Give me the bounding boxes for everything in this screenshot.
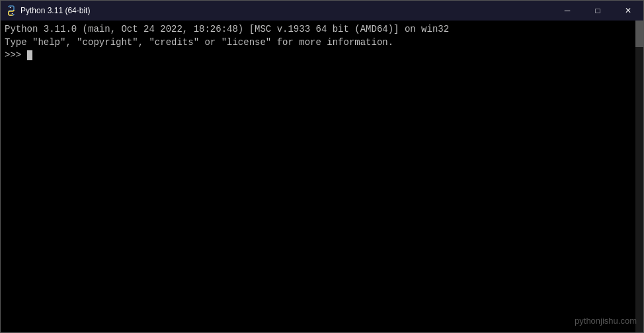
- console-line2: Type "help", "copyright", "credits" or "…: [5, 36, 639, 50]
- title-bar-left: Python 3.11 (64-bit): [6, 5, 90, 16]
- watermark: pythonjishu.com: [575, 316, 637, 326]
- prompt-line: >>>: [5, 49, 639, 62]
- scrollbar-thumb[interactable]: [635, 21, 643, 47]
- title-bar: Python 3.11 (64-bit) ─ □ ✕: [1, 1, 643, 21]
- python-icon: [6, 5, 17, 16]
- console-prompt: >>>: [5, 49, 27, 62]
- cursor: [27, 50, 32, 60]
- minimize-button[interactable]: ─: [552, 1, 583, 21]
- window-title: Python 3.11 (64-bit): [20, 6, 90, 15]
- svg-point-2: [12, 13, 13, 15]
- close-button[interactable]: ✕: [613, 1, 643, 21]
- scrollbar-track[interactable]: [635, 21, 643, 332]
- python-console-window: Python 3.11 (64-bit) ─ □ ✕ Python 3.11.0…: [0, 0, 644, 333]
- maximize-button[interactable]: □: [583, 1, 613, 21]
- svg-point-1: [10, 7, 11, 9]
- title-bar-buttons: ─ □ ✕: [552, 1, 643, 21]
- console-body[interactable]: Python 3.11.0 (main, Oct 24 2022, 18:26:…: [1, 21, 643, 332]
- console-line1: Python 3.11.0 (main, Oct 24 2022, 18:26:…: [5, 23, 639, 36]
